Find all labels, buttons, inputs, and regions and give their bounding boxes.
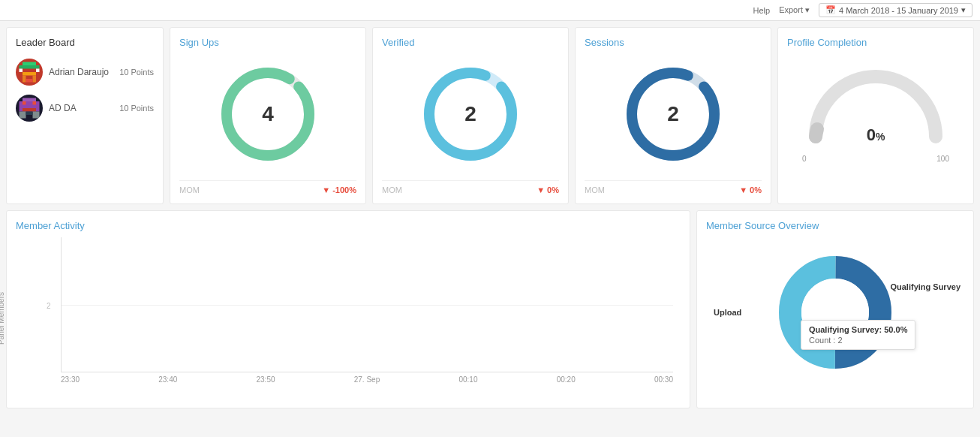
chevron-down-icon: ▾ [961, 5, 966, 15]
mom-value: ▼ -100% [322, 185, 356, 194]
mom-label: MOM [179, 185, 200, 194]
svg-rect-16 [33, 112, 40, 119]
signups-donut: 4 [179, 54, 356, 174]
svg-rect-3 [20, 69, 23, 73]
source-label-upload: Upload [714, 308, 741, 317]
date-range-picker[interactable]: 📅 4 March 2018 - 15 January 2019 ▾ [819, 3, 972, 17]
svg-rect-13 [33, 101, 37, 105]
x-label: 00:30 [654, 375, 673, 384]
svg-rect-2 [20, 65, 40, 69]
leader-name: Adrian Daraujo [49, 67, 113, 77]
mom-value: ▼ 0% [537, 185, 559, 194]
gauge-chart: 0% [787, 54, 964, 152]
svg-rect-10 [23, 98, 36, 102]
calendar-icon: 📅 [825, 5, 836, 15]
tooltip-count: Count : 2 [809, 336, 907, 345]
svg-rect-12 [23, 101, 26, 105]
source-label-qualifying: Qualifying Survey [890, 282, 960, 291]
leader-points: 10 Points [119, 68, 154, 77]
member-activity-card: Member Activity Panel Members 2 23:30 23… [6, 210, 690, 408]
verified-donut: 2 [382, 54, 559, 174]
svg-text:2: 2 [464, 102, 476, 125]
avatar [16, 95, 43, 122]
sessions-donut: 2 [585, 54, 762, 174]
x-label: 23:50 [257, 375, 275, 384]
svg-text:4: 4 [262, 102, 274, 125]
gauge-min-label: 0 [802, 155, 807, 163]
main-content: Leader Board Adrian Daraujo [0, 21, 980, 414]
svg-rect-17 [26, 112, 33, 116]
mom-label: MOM [382, 185, 402, 194]
svg-rect-6 [23, 76, 26, 83]
tooltip-title: Qualifying Survey: 50.0% [809, 325, 907, 334]
down-arrow-icon: ▼ [739, 185, 747, 194]
bottom-row: Member Activity Panel Members 2 23:30 23… [6, 210, 974, 408]
signups-title: Sign Ups [179, 37, 356, 48]
member-source-title: Member Source Overview [706, 220, 964, 231]
grid-line: 2 [62, 305, 673, 306]
svg-rect-8 [26, 79, 33, 83]
svg-rect-7 [33, 76, 37, 83]
avatar [16, 59, 43, 86]
svg-rect-5 [23, 72, 36, 76]
member-activity-title: Member Activity [16, 220, 681, 231]
list-item: AD DA 10 Points [16, 90, 154, 126]
signups-card: Sign Ups 4 MOM ▼ -100% [170, 27, 366, 204]
leaderboard-title: Leader Board [16, 37, 154, 48]
date-range-label: 4 March 2018 - 15 January 2019 [839, 6, 958, 15]
down-arrow-icon: ▼ [322, 185, 330, 194]
mom-value: ▼ 0% [739, 185, 762, 194]
svg-rect-4 [36, 69, 40, 73]
top-row: Leader Board Adrian Daraujo [6, 27, 974, 204]
profile-completion-title: Profile Completion [787, 37, 964, 48]
x-axis-labels: 23:30 23:40 23:50 27. Sep 00:10 00:20 00… [61, 372, 673, 384]
list-item: Adrian Daraujo 10 Points [16, 54, 154, 90]
svg-rect-14 [23, 108, 36, 112]
y-axis-label: Panel Members [0, 291, 5, 344]
x-label: 23:40 [158, 375, 177, 384]
verified-mom: MOM ▼ 0% [382, 180, 559, 194]
leaderboard-card: Leader Board Adrian Daraujo [6, 27, 164, 204]
svg-text:0%: 0% [867, 125, 885, 144]
sessions-title: Sessions [585, 37, 762, 48]
verified-card: Verified 2 MOM ▼ 0% [372, 27, 569, 204]
svg-rect-15 [20, 112, 26, 119]
member-source-card: Member Source Overview Upload Qualifying… [696, 210, 974, 408]
source-donut-svg [768, 245, 903, 380]
svg-text:2: 2 [667, 102, 679, 125]
activity-chart-area: 2 [61, 237, 673, 372]
source-tooltip: Qualifying Survey: 50.0% Count : 2 [801, 320, 915, 350]
x-label: 00:10 [458, 375, 477, 384]
sessions-mom: MOM ▼ 0% [585, 180, 762, 194]
leader-points: 10 Points [119, 104, 154, 113]
grid-value: 2 [47, 301, 51, 309]
activity-chart-wrapper: Panel Members 2 23:30 23:40 23:50 27. Se… [16, 237, 681, 399]
leader-name: AD DA [49, 103, 113, 113]
gauge-max-label: 100 [936, 155, 949, 163]
help-link[interactable]: Help [753, 6, 771, 15]
source-donut: Upload Qualifying Survey Qualifyin [706, 237, 964, 387]
x-label: 00:20 [557, 375, 576, 384]
down-arrow-icon: ▼ [537, 185, 545, 194]
signups-mom: MOM ▼ -100% [179, 180, 356, 194]
x-label: 27. Sep [354, 375, 380, 384]
top-bar: Help Export ▾ 📅 4 March 2018 - 15 Januar… [0, 0, 980, 21]
profile-completion-card: Profile Completion 0% 0 100 [777, 27, 974, 204]
x-label: 23:30 [61, 375, 80, 384]
export-link[interactable]: Export ▾ [779, 5, 810, 15]
mom-label: MOM [585, 185, 605, 194]
verified-title: Verified [382, 37, 559, 48]
svg-rect-1 [23, 62, 36, 66]
gauge-labels: 0 100 [787, 155, 964, 163]
sessions-card: Sessions 2 MOM ▼ 0% [575, 27, 771, 204]
